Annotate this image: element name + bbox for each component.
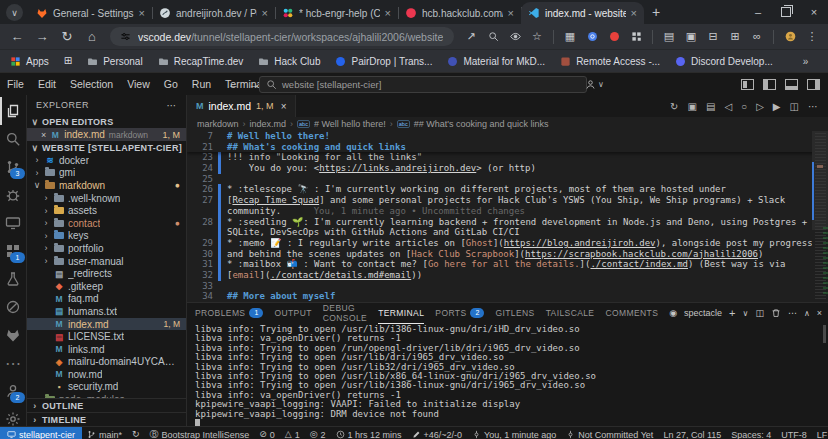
panel-more-icon[interactable]: ⋯: [788, 308, 797, 318]
extensions-icon[interactable]: 1: [0, 237, 26, 265]
bookmark-item[interactable]: Apps: [10, 56, 49, 67]
tree-item[interactable]: ›user-manual: [27, 255, 186, 268]
car-icon[interactable]: ▣: [681, 27, 701, 47]
panel-tab-comments[interactable]: COMMENTS: [605, 303, 658, 324]
breadcrumb-item[interactable]: ## What's cooking and quick links: [414, 119, 549, 129]
browser-tab[interactable]: * hcb-engr-help (Channel×: [275, 2, 398, 24]
browser-tab[interactable]: hcb.hackclub.com/api/v4/×: [398, 2, 521, 24]
adblock-icon[interactable]: [604, 27, 624, 47]
menu-kebab-icon[interactable]: ⋮: [802, 27, 822, 47]
bookmark-item[interactable]: RecapTime.dev: [158, 56, 244, 67]
status-item-you-1-minute-ago[interactable]: You, 1 minute ago: [467, 427, 561, 439]
bookmark-item[interactable]: Discord Develop...: [675, 56, 773, 67]
new-tab-button[interactable]: +: [652, 4, 660, 20]
onepassword-icon[interactable]: [582, 27, 602, 47]
open-preview-icon[interactable]: ▣: [687, 101, 696, 112]
share-icon[interactable]: ↗: [461, 27, 481, 47]
command-center-search[interactable]: website [stellapent-cier]: [259, 76, 587, 93]
minimap[interactable]: [812, 131, 828, 302]
extensions-puzzle-icon[interactable]: [626, 27, 646, 47]
settings-gear-icon[interactable]: [0, 405, 26, 433]
status-item-spaces-4[interactable]: Spaces: 4: [726, 427, 776, 439]
bookmark-item[interactable]: Hack Club: [258, 56, 320, 67]
tree-item[interactable]: ›keys: [27, 230, 186, 243]
menu-run[interactable]: Run: [185, 78, 218, 90]
maximize-panel-icon[interactable]: ∧: [804, 309, 810, 318]
tree-item[interactable]: ∨markdown●: [27, 179, 186, 192]
close-icon[interactable]: ×: [41, 130, 46, 140]
breadcrumb[interactable]: markdown›index.md›abc# Well hello there!…: [187, 117, 828, 131]
reload-icon[interactable]: ↻: [56, 27, 78, 47]
panel-tab-gitlens[interactable]: GITLENS: [495, 303, 534, 324]
toggle-sidebar-icon[interactable]: [763, 79, 776, 90]
workspace-section[interactable]: ∨WEBSITE [STELLAPENT-CIER]: [27, 141, 186, 154]
tab-close-icon[interactable]: ×: [508, 7, 514, 19]
tree-item[interactable]: Mlinks.md: [27, 343, 186, 356]
more-actions-icon[interactable]: ⋯: [808, 101, 818, 112]
compare-icon[interactable]: ○: [741, 101, 747, 112]
status-item-lf[interactable]: LF: [812, 427, 828, 439]
status-item-ln-27-col-115[interactable]: Ln 27, Col 115: [658, 427, 726, 439]
prev-change-icon[interactable]: ◁: [724, 101, 732, 112]
restore-button[interactable]: [772, 0, 800, 24]
files-icon[interactable]: [0, 97, 26, 125]
open-changes-icon[interactable]: ▤: [706, 101, 715, 112]
print-icon[interactable]: ⊟: [703, 27, 723, 47]
toggle-secondary-sidebar-icon[interactable]: [807, 79, 820, 90]
close-panel-icon[interactable]: ×: [817, 308, 822, 318]
accounts-icon[interactable]: 2: [0, 377, 26, 405]
bookmark-star-icon[interactable]: ☆: [527, 27, 547, 47]
views-more-icon[interactable]: ⋯: [167, 100, 178, 111]
status-item-1[interactable]: △1: [280, 427, 305, 439]
history-icon[interactable]: ↻: [670, 101, 678, 112]
tree-item[interactable]: Mfaq.md: [27, 293, 186, 306]
new-terminal-icon[interactable]: +: [729, 307, 735, 319]
terminal-scrollbar[interactable]: [823, 325, 826, 343]
status-item-utf-8[interactable]: UTF-8: [776, 427, 812, 439]
tree-item[interactable]: Mindex.md1, M: [27, 318, 186, 331]
testing-flask-icon[interactable]: [0, 265, 26, 293]
close-icon[interactable]: ×: [281, 101, 287, 112]
tree-item[interactable]: ›assets: [27, 204, 186, 217]
qr-icon[interactable]: ▦: [560, 27, 580, 47]
tree-item[interactable]: ▤_redirects: [27, 267, 186, 280]
code-editor[interactable]: 7# Well hello there!21## What's cooking …: [187, 131, 828, 302]
open-editor-item[interactable]: × M index.md markdown 1, M: [27, 128, 186, 141]
panel-tab-ports[interactable]: PORTS2: [435, 303, 484, 324]
source-control-icon[interactable]: 3: [0, 153, 26, 181]
status-item-not-committed-yet[interactable]: Not Committed Yet: [561, 427, 658, 439]
tree-chevron-icon[interactable]: ›: [42, 243, 50, 253]
home-icon[interactable]: ⌂: [81, 27, 103, 47]
terminal-dropdown-icon[interactable]: ∨: [743, 309, 749, 318]
open-editors-section[interactable]: ∨OPEN EDITORS: [27, 115, 186, 128]
tree-item[interactable]: ▤humans.txt: [27, 305, 186, 318]
customize-layout-icon[interactable]: [741, 79, 754, 90]
account-menu-button[interactable]: ∨: [585, 79, 604, 90]
status-item-2[interactable]: ◎2: [305, 427, 331, 439]
browser-tab[interactable]: andreijiroh.dev / Personal×: [152, 2, 275, 24]
bookmark-item[interactable]: Material for MkD...: [447, 56, 545, 67]
address-bar[interactable]: vscode.dev/tunnel/stellapent-cier/worksp…: [110, 27, 454, 46]
browser-tab[interactable]: index.md - website [stella×: [521, 2, 644, 24]
menu-go[interactable]: Go: [157, 78, 185, 90]
breadcrumb-item[interactable]: index.md: [250, 119, 287, 129]
menu-view[interactable]: View: [120, 78, 157, 90]
remote-explorer-icon[interactable]: [0, 209, 26, 237]
tree-chevron-icon[interactable]: ›: [33, 155, 41, 165]
tree-item[interactable]: ◆.gitkeep: [27, 280, 186, 293]
reading-list-icon[interactable]: ▤: [659, 27, 679, 47]
bookmark-item[interactable]: PairDrop | Trans...: [335, 56, 432, 67]
eye-icon[interactable]: [505, 27, 525, 47]
tree-chevron-icon[interactable]: ›: [42, 206, 50, 216]
panel-tab-problems[interactable]: PROBLEMS1: [195, 303, 263, 324]
status-item-0[interactable]: ⊘0: [254, 427, 280, 439]
tab-close-icon[interactable]: ×: [631, 7, 637, 19]
avatar[interactable]: [780, 27, 800, 47]
status-item-main-[interactable]: main*: [82, 427, 127, 439]
outline-section[interactable]: ›OUTLINE: [27, 398, 186, 412]
bookmark-item[interactable]: Personal: [87, 56, 142, 67]
menu-file[interactable]: File: [0, 78, 31, 90]
bookmarks-overflow-icon[interactable]: »: [803, 56, 809, 67]
status-item[interactable]: ↻: [127, 427, 145, 439]
tab-grid-icon[interactable]: ⊞: [725, 27, 745, 47]
